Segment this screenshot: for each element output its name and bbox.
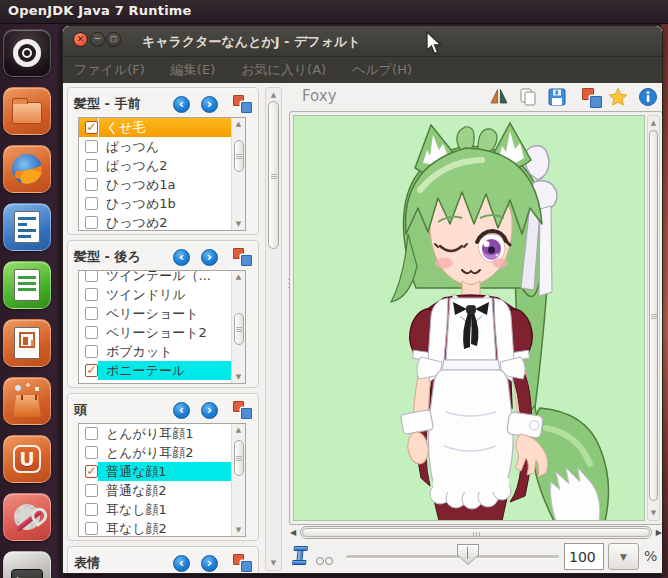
- list-item[interactable]: ひっつめ1b: [79, 194, 231, 213]
- checkbox[interactable]: [85, 121, 98, 134]
- scroll-down-icon[interactable]: ▼: [648, 508, 659, 518]
- scroll-up-icon[interactable]: ▲: [232, 272, 245, 282]
- checkbox[interactable]: [85, 364, 98, 377]
- list-item[interactable]: 普通な顔1: [79, 462, 231, 481]
- flip-horizontal-icon[interactable]: [489, 87, 509, 107]
- scroll-left-icon[interactable]: ◀: [290, 528, 296, 537]
- list-scrollbar[interactable]: ▲ ▼: [231, 424, 245, 536]
- system-settings-icon[interactable]: [3, 493, 51, 541]
- checkbox[interactable]: [85, 465, 98, 478]
- list-item[interactable]: ポニーテール: [79, 361, 231, 380]
- checkbox[interactable]: [85, 288, 98, 301]
- zoom-lock-icon[interactable]: [292, 546, 308, 565]
- prev-button[interactable]: ‹: [173, 96, 190, 113]
- preview-horizontal-scrollbar[interactable]: ◀ ▶: [289, 526, 662, 540]
- list-scrollbar[interactable]: ▲ ▼: [231, 271, 245, 383]
- scroll-down-icon[interactable]: ▼: [232, 372, 245, 382]
- list-item[interactable]: ぱっつん: [79, 137, 231, 156]
- list-item[interactable]: 耳なし顔2: [79, 519, 231, 537]
- list-item[interactable]: ひっつめ1a: [79, 175, 231, 194]
- menu-help[interactable]: ヘルプ(H): [352, 61, 412, 79]
- panel-scrollbar[interactable]: ▲ ▼: [265, 87, 282, 571]
- libreoffice-writer-icon[interactable]: [3, 203, 51, 251]
- list-item[interactable]: ベリーショート: [79, 304, 231, 323]
- scroll-down-icon[interactable]: ▼: [232, 219, 245, 229]
- next-button[interactable]: ›: [201, 555, 218, 572]
- libreoffice-calc-icon[interactable]: [3, 261, 51, 309]
- checkbox[interactable]: [85, 503, 98, 516]
- prev-button[interactable]: ‹: [173, 402, 190, 419]
- software-center-icon[interactable]: [3, 377, 51, 425]
- checkbox[interactable]: [85, 522, 98, 535]
- menu-favorites[interactable]: お気に入り(A): [241, 61, 326, 79]
- menu-edit[interactable]: 編集(E): [171, 61, 215, 79]
- scroll-thumb[interactable]: [268, 101, 279, 249]
- duplicate-icon[interactable]: [233, 95, 252, 113]
- checkbox[interactable]: [85, 345, 98, 358]
- list-item[interactable]: ぱっつん2: [79, 156, 231, 175]
- list-item[interactable]: ベリーショート2: [79, 323, 231, 342]
- terminal-icon[interactable]: ›: [3, 551, 51, 578]
- prev-button[interactable]: ‹: [173, 555, 190, 572]
- scroll-up-icon[interactable]: ▲: [266, 90, 281, 100]
- prev-button[interactable]: ‹: [173, 249, 190, 266]
- list-item[interactable]: ボブカット: [79, 342, 231, 361]
- list-item[interactable]: 耳なし顔1: [79, 500, 231, 519]
- list-item[interactable]: ツインテール（...: [79, 270, 231, 285]
- window-titlebar[interactable]: ✕ ─ ▢ キャラクターなんとかJ - デフォルト: [63, 26, 662, 57]
- zoom-value-input[interactable]: [564, 543, 604, 570]
- zoom-slider-thumb[interactable]: [457, 544, 479, 565]
- zoom-dropdown-button[interactable]: ▼: [608, 543, 639, 570]
- list-scrollbar[interactable]: ▲ ▼: [231, 118, 245, 230]
- checkbox[interactable]: [85, 159, 98, 172]
- list-item[interactable]: ツインドリル: [79, 285, 231, 304]
- duplicate-icon[interactable]: [233, 554, 252, 572]
- zoom-slider-track[interactable]: [346, 555, 559, 558]
- checkbox[interactable]: [85, 197, 98, 210]
- list-item[interactable]: ひっつめ2: [79, 213, 231, 231]
- scroll-thumb[interactable]: [302, 528, 650, 537]
- list-item[interactable]: 普通な顔2: [79, 481, 231, 500]
- copy-pages-icon[interactable]: [518, 87, 538, 107]
- checkbox[interactable]: [85, 326, 98, 339]
- minimize-button[interactable]: ─: [90, 32, 105, 47]
- scroll-thumb[interactable]: [649, 130, 658, 501]
- scroll-thumb[interactable]: [234, 440, 244, 476]
- checkbox[interactable]: [85, 427, 98, 440]
- preview-vertical-scrollbar[interactable]: ▲ ▼: [647, 115, 660, 521]
- checkbox[interactable]: [85, 216, 98, 229]
- scroll-thumb[interactable]: [234, 313, 244, 345]
- checkbox[interactable]: [85, 446, 98, 459]
- checkbox[interactable]: [85, 270, 98, 282]
- checkbox[interactable]: [85, 307, 98, 320]
- next-button[interactable]: ›: [201, 96, 218, 113]
- list-item[interactable]: くせ毛: [79, 118, 231, 137]
- next-button[interactable]: ›: [201, 402, 218, 419]
- favorite-star-icon[interactable]: [608, 87, 628, 107]
- firefox-icon[interactable]: [3, 145, 51, 193]
- next-button[interactable]: ›: [201, 249, 218, 266]
- list-item[interactable]: とんがり耳顔1: [79, 424, 231, 443]
- scroll-down-icon[interactable]: ▼: [232, 525, 245, 535]
- menu-file[interactable]: ファイル(F): [74, 61, 145, 79]
- files-icon[interactable]: [3, 87, 51, 135]
- checkbox[interactable]: [85, 484, 98, 497]
- duplicate-icon[interactable]: [582, 88, 602, 108]
- duplicate-icon[interactable]: [233, 248, 252, 266]
- scroll-up-icon[interactable]: ▲: [232, 425, 245, 435]
- scroll-up-icon[interactable]: ▲: [232, 119, 245, 129]
- duplicate-icon[interactable]: [233, 401, 252, 419]
- save-icon[interactable]: [547, 87, 567, 107]
- close-button[interactable]: ✕: [73, 32, 88, 47]
- checkbox[interactable]: [85, 140, 98, 153]
- character-tab-label[interactable]: Foxy: [302, 87, 337, 105]
- ubuntu-one-icon[interactable]: U: [3, 435, 51, 483]
- libreoffice-impress-icon[interactable]: [3, 319, 51, 367]
- character-preview[interactable]: [293, 115, 645, 521]
- scroll-thumb[interactable]: [234, 140, 244, 172]
- scroll-down-icon[interactable]: ▼: [266, 558, 281, 568]
- list-item[interactable]: とんがり耳顔2: [79, 443, 231, 462]
- ubuntu-dash-icon[interactable]: [3, 29, 51, 77]
- maximize-button[interactable]: ▢: [106, 32, 121, 47]
- scroll-up-icon[interactable]: ▲: [648, 118, 659, 128]
